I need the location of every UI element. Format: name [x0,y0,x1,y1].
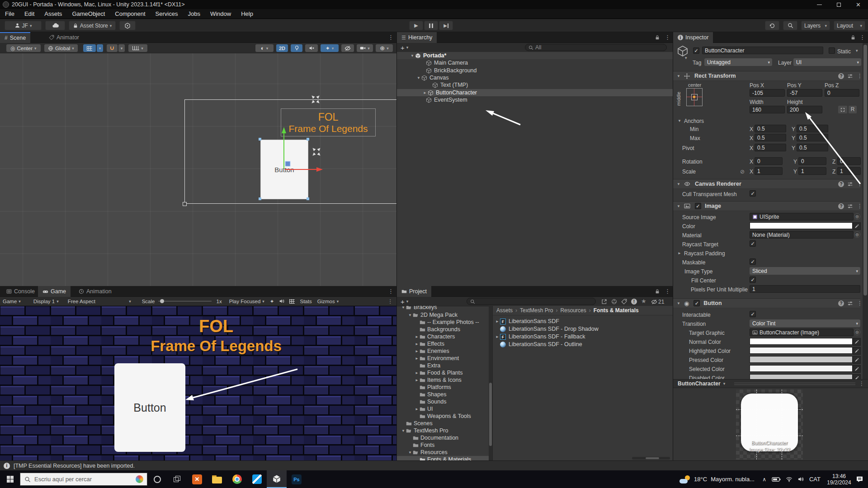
anchor-min-y[interactable]: 0.5 [797,125,828,132]
menu-jobs[interactable]: Jobs [183,10,205,17]
taskbar-app-x[interactable]: ✕ [187,470,207,488]
add-button[interactable]: + [401,44,405,52]
canvas-renderer-header[interactable]: ▼ Canvas Renderer ? ⋮ [673,179,860,189]
project-tree-row[interactable]: Scenes [397,420,489,427]
pause-button[interactable] [424,21,438,30]
tab-console[interactable]: Console [2,286,39,297]
posy-field[interactable]: -57 [787,89,822,97]
object-picker-icon[interactable]: ◎ [854,213,860,220]
package-icon[interactable] [611,299,617,305]
project-tree-row[interactable]: Platforms [397,384,489,391]
posz-field[interactable]: 0 [825,89,859,97]
tray-chevron-icon[interactable]: ∧ [762,476,766,483]
start-button[interactable] [0,470,20,488]
anchors-foldout[interactable]: ▼ [678,119,681,123]
horizontal-scrollbar[interactable] [632,457,670,460]
aspect-dropdown[interactable]: Free Aspect▾ [68,299,136,304]
blueprint-mode-button[interactable] [838,106,847,113]
gameobject-name-field[interactable]: ButtonCharacter [702,47,823,54]
presets-icon[interactable] [847,73,853,79]
rotation-x[interactable]: 0 [755,157,783,165]
button-header[interactable]: ▼ ◉ ✓ Button ? ⋮ [673,298,860,308]
static-checkbox[interactable] [829,47,835,54]
menu-edit[interactable]: Edit [19,10,39,17]
button-enabled-checkbox[interactable]: ✓ [693,300,700,306]
rotation-y[interactable]: 0 [798,157,826,165]
kebab-icon[interactable]: ⋮ [859,34,866,41]
scale-x[interactable]: 1 [755,167,783,175]
layout-dropdown[interactable]: Layout▾ [834,21,865,30]
image-type-dropdown[interactable]: Sliced▾ [750,267,860,275]
breadcrumb-assets[interactable]: Assets [496,307,513,314]
snap-dropdown[interactable]: ▾ [118,44,125,52]
weather-temp[interactable]: 18°C [694,476,707,483]
project-tree-row[interactable]: ►Effects [397,340,489,347]
breadcrumb-tmp[interactable]: TextMesh Pro [520,307,553,314]
lock-icon[interactable] [655,289,660,294]
eyedropper-icon[interactable] [853,365,861,373]
help-icon[interactable]: ? [838,181,844,187]
fill-center-checkbox[interactable]: ✓ [750,277,756,283]
transition-dropdown[interactable]: Color Tint▾ [750,319,860,327]
tab-hierarchy[interactable]: ☰ Hierarchy [397,32,437,43]
hierarchy-row[interactable]: BrickBackground [397,67,673,74]
display-target-dropdown[interactable]: Game▾ [3,299,21,304]
gizmos-visibility-dropdown[interactable]: ⊕▾ [376,44,393,52]
measure-tool-button[interactable]: ▾ [128,44,147,52]
global-search-button[interactable] [783,21,797,30]
asset-row[interactable]: ►FLiberationSans SDF - Fallback [493,333,673,340]
kebab-icon[interactable]: ⋮ [857,203,863,209]
metrics-icon[interactable] [289,299,295,304]
status-message[interactable]: [TMP Essential Resources] have been impo… [14,463,135,469]
maximize-button[interactable] [829,0,849,9]
tab-project[interactable]: Project [397,286,431,297]
project-tree-row[interactable]: Fonts [397,441,489,449]
step-button[interactable]: ▶ [439,21,453,30]
width-field[interactable]: 160 [750,106,785,113]
add-dropdown[interactable]: ▾ [406,299,409,304]
pivot-x[interactable]: 0.5 [755,144,786,151]
handle-orientation-dropdown[interactable]: Global▾ [44,44,78,52]
vsync-icon[interactable]: ✦ [270,298,274,305]
anchor-max-y[interactable]: 0.5 [797,134,828,141]
menu-component[interactable]: Component [110,10,150,17]
anchor-max-x[interactable]: 0.5 [755,134,786,141]
eyedropper-icon[interactable] [853,338,861,346]
posx-field[interactable]: -105 [750,89,785,97]
project-tree-row[interactable]: ▼Brackeys [397,306,489,311]
selected-color-swatch[interactable] [750,365,853,372]
anchor-min-x[interactable]: 0.5 [755,125,786,132]
project-tree-row[interactable]: -- Example Photos -- [397,319,489,326]
2d-toggle[interactable]: 2D [276,44,288,52]
hierarchy-row[interactable]: Main Camera [397,59,673,66]
layers-dropdown[interactable]: Layers▾ [801,21,830,30]
asset-row[interactable]: ►FLiberationSans SDF [493,318,673,325]
presets-icon[interactable] [847,181,853,187]
favorite-star-icon[interactable]: ★ [641,298,646,305]
hidden-count-eye-icon[interactable] [651,299,657,305]
interactable-checkbox[interactable]: ✓ [750,311,756,317]
help-icon[interactable]: ? [838,203,844,209]
hierarchy-row[interactable]: ▼ Canvas [397,74,673,81]
project-search[interactable] [467,298,596,305]
menu-file[interactable]: File [0,10,19,17]
taskbar-search[interactable]: Escriu aquí per cercar [20,473,147,486]
project-tree-row[interactable]: Weapons & Tools [397,413,489,420]
project-tree-row-selected[interactable]: Fonts & Materials [397,456,489,460]
hierarchy-search[interactable]: All [525,44,667,51]
raw-edit-button[interactable]: R [849,106,857,113]
taskbar-unity-active[interactable] [267,470,287,488]
eyedropper-icon[interactable] [853,347,861,355]
undo-history-button[interactable] [765,21,779,30]
tab-scene[interactable]: # Scene [0,32,30,43]
menu-services[interactable]: Services [151,10,183,17]
breadcrumb-current[interactable]: Fonts & Materials [594,307,639,314]
project-tree-row[interactable]: ►UI [397,405,489,413]
asset-row[interactable]: LiberationSans SDF - Outline [493,341,673,348]
project-tree-row[interactable]: ►Environment [397,355,489,362]
project-tree-row[interactable]: ►Items & Icons [397,376,489,384]
drag-handle[interactable] [734,383,855,385]
add-dropdown[interactable]: ▾ [406,45,409,50]
source-image-field[interactable]: UISprite [750,213,854,221]
project-tree-row[interactable]: ▼Resources [397,449,489,456]
